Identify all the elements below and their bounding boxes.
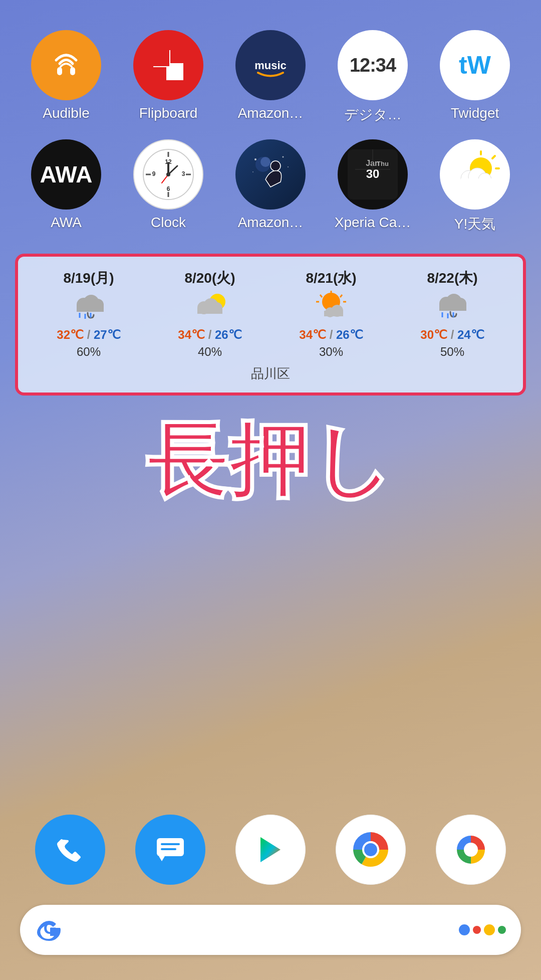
app-y-tenki[interactable]: Y!天気 [429, 139, 521, 234]
xperia-icon: Jan 30 Thu [345, 147, 400, 202]
svg-marker-73 [260, 837, 281, 862]
dock-phone[interactable] [35, 815, 105, 885]
photos-icon-circle [436, 815, 506, 885]
dock-play-store[interactable] [235, 815, 306, 885]
svg-rect-69 [157, 838, 184, 856]
clock-label: Clock [151, 215, 186, 231]
phone-icon-circle [35, 815, 105, 885]
app-grid-row2: AWA AWA 12 3 6 9 [0, 134, 541, 244]
twidget-label: Twidget [451, 105, 499, 121]
svg-rect-3 [153, 50, 169, 66]
awa-icon-circle: AWA [31, 139, 101, 210]
temp-low-3: 24℃ [457, 328, 484, 341]
svg-text:music: music [254, 59, 287, 72]
search-bar-area: G [0, 905, 541, 980]
messages-icon [153, 832, 188, 867]
amazon-music-icon: music [250, 50, 291, 80]
svg-rect-40 [461, 178, 492, 187]
audible-label: Audible [43, 105, 89, 121]
amazon-music-icon-circle: music [235, 30, 306, 100]
weather-temps-0: 32℃ / 27℃ [57, 328, 120, 342]
svg-point-22 [288, 166, 289, 167]
weather-precip-3: 50% [440, 345, 464, 359]
y-tenki-icon [450, 149, 500, 200]
svg-rect-0 [57, 67, 62, 75]
twidget-text: tW [459, 51, 491, 80]
weather-day-2: 8/21(水) [299, 269, 363, 359]
svg-line-35 [492, 156, 495, 158]
xperia-label: Xperia Ca… [335, 215, 411, 231]
digital-clock-icon-circle: 12:34 [338, 30, 408, 100]
play-store-icon-circle [235, 815, 306, 885]
clock-icon: 12 3 6 9 [141, 147, 196, 202]
weather-precip-1: 40% [198, 345, 222, 359]
temp-high-3: 30℃ [420, 328, 447, 341]
svg-rect-1 [70, 67, 75, 75]
svg-point-77 [464, 843, 478, 857]
app-digital-clock[interactable]: 12:34 デジタ… [327, 30, 419, 124]
wallpaper: Audible Flipboard music [0, 0, 541, 980]
long-press-text: 長押し [0, 406, 541, 501]
svg-rect-4 [170, 50, 183, 63]
weather-icon-2 [311, 291, 351, 325]
google-g-icon: G [35, 915, 65, 945]
svg-point-19 [166, 172, 170, 176]
app-awa[interactable]: AWA AWA [20, 139, 112, 234]
weather-icon-1 [190, 291, 230, 325]
chrome-icon [351, 830, 391, 870]
search-bar[interactable]: G [20, 905, 521, 955]
app-clock[interactable]: 12 3 6 9 Clock [122, 139, 214, 234]
weather-precip-2: 30% [319, 345, 343, 359]
amazon-kindle-icon-circle [235, 139, 306, 210]
svg-line-55 [340, 295, 342, 297]
phone-icon [53, 832, 88, 867]
app-audible[interactable]: Audible [20, 30, 112, 124]
dock-photos[interactable] [436, 815, 506, 885]
app-xperia[interactable]: Jan 30 Thu Xperia Ca… [327, 139, 419, 234]
svg-rect-65 [439, 304, 466, 311]
weather-date-2: 8/21(水) [306, 269, 356, 288]
svg-rect-61 [324, 311, 343, 316]
audible-icon [46, 45, 86, 85]
amazon-kindle-label: Amazon… [238, 215, 304, 231]
svg-marker-72 [159, 856, 165, 861]
dot-green [498, 926, 506, 934]
amazon-music-label: Amazon… [238, 105, 304, 121]
app-flipboard[interactable]: Flipboard [122, 30, 214, 124]
dock-chrome[interactable] [336, 815, 406, 885]
app-amazon-music[interactable]: music Amazon… [224, 30, 317, 124]
weather-date-0: 8/19(月) [63, 269, 114, 288]
flipboard-icon-circle [133, 30, 203, 100]
flipboard-label: Flipboard [139, 105, 198, 121]
photos-icon [451, 830, 491, 870]
dock-icons [20, 815, 521, 885]
long-press-label: 長押し [0, 421, 541, 501]
app-twidget[interactable]: tW Twidget [429, 30, 521, 124]
weather-widget[interactable]: 8/19(月) 32℃ [15, 254, 526, 396]
dock-area [0, 805, 541, 905]
weather-icon-3 [432, 291, 472, 325]
weather-date-1: 8/20(火) [184, 269, 235, 288]
temp-high-2: 34℃ [299, 328, 326, 341]
svg-line-58 [320, 295, 322, 297]
svg-text:Thu: Thu [377, 160, 389, 167]
svg-point-21 [283, 156, 284, 158]
app-amazon-kindle[interactable]: Amazon… [224, 139, 317, 234]
svg-rect-52 [197, 308, 222, 314]
svg-point-26 [260, 157, 270, 167]
weather-precip-0: 60% [77, 345, 101, 359]
digital-clock-time: 12:34 [350, 55, 396, 76]
weather-days-row: 8/19(月) 32℃ [28, 269, 513, 359]
spacer [0, 501, 541, 805]
temp-low-1: 26℃ [215, 328, 242, 341]
play-store-icon [253, 832, 288, 867]
app-grid-row1: Audible Flipboard music [0, 0, 541, 134]
weather-day-0: 8/19(月) 32℃ [57, 269, 120, 359]
google-assistant-dots[interactable] [459, 924, 506, 935]
audible-icon-circle [31, 30, 101, 100]
weather-temps-2: 34℃ / 26℃ [299, 328, 363, 342]
dock-messages[interactable] [135, 815, 205, 885]
svg-rect-5 [153, 67, 166, 80]
temp-high-0: 32℃ [57, 328, 84, 341]
kindle-icon [248, 152, 293, 197]
